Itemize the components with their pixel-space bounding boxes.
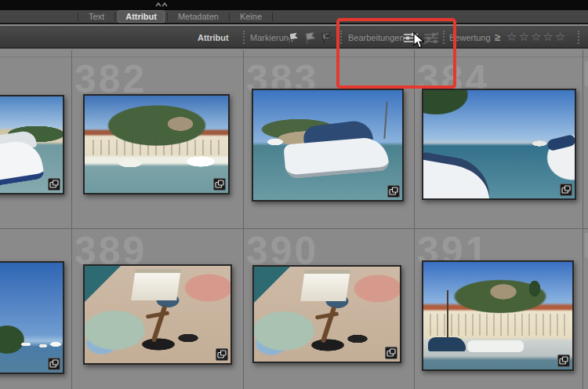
tab-text[interactable]: Text <box>81 10 112 23</box>
rating-stars[interactable]: ☆☆☆☆☆ <box>506 30 567 44</box>
boat-hull-shape <box>283 136 389 179</box>
clipped-cell-index <box>585 233 588 258</box>
divider <box>578 31 579 44</box>
grid-column-line <box>583 50 583 389</box>
thumbnail-grid: 382 383 384 389 390 391 <box>0 50 588 389</box>
photo-thumbnail-382[interactable] <box>83 94 230 194</box>
rating-operator[interactable]: ≥ <box>495 31 500 43</box>
flag-unflagged-icon[interactable] <box>303 31 318 45</box>
cell-index-382: 382 <box>74 60 147 99</box>
annotation-highlight-box <box>336 18 456 89</box>
lightroom-library-window: Text Attribut Metadaten Keine Attribut M… <box>0 0 588 389</box>
panel-ornament-icon <box>155 2 169 9</box>
library-filter-tabbar: Text Attribut Metadaten Keine <box>0 10 588 24</box>
boat-hull-shape <box>0 138 45 194</box>
grid-column-line <box>414 50 415 389</box>
white-crate-shape <box>131 269 181 300</box>
flag-rejected-icon[interactable] <box>320 31 335 45</box>
divider <box>229 13 230 21</box>
boat-hull-shape <box>467 340 524 352</box>
white-crate-shape <box>300 270 350 301</box>
flag-picked-icon[interactable] <box>287 31 302 45</box>
copy-badge-icon[interactable] <box>557 354 570 367</box>
tab-metadaten[interactable]: Metadaten <box>170 10 227 23</box>
photo-thumbnail-390[interactable] <box>252 265 401 363</box>
photo-thumbnail-clipped-left[interactable] <box>0 261 64 374</box>
divider <box>243 31 245 44</box>
mouse-cursor-icon <box>412 32 426 49</box>
divider <box>78 13 78 21</box>
copy-badge-icon[interactable] <box>387 185 400 198</box>
photo-thumbnail-383[interactable] <box>252 89 404 202</box>
boat-cover-shape <box>546 134 576 151</box>
grid-column-line <box>71 50 72 389</box>
copy-badge-icon[interactable] <box>48 358 60 370</box>
photo-thumbnail-clipped-left[interactable] <box>0 95 64 194</box>
photo-thumbnail-389[interactable] <box>83 264 232 365</box>
copy-badge-icon[interactable] <box>216 348 228 361</box>
boat-mast-shape <box>447 290 448 342</box>
top-panel-strip <box>0 0 588 10</box>
attribute-filterbar: Attribut Markierung Bearbeitungen <box>0 26 588 49</box>
tab-keine[interactable]: Keine <box>232 10 270 23</box>
copy-badge-icon[interactable] <box>48 178 60 191</box>
copy-badge-icon[interactable] <box>560 184 572 196</box>
copy-badge-icon[interactable] <box>385 347 397 359</box>
divider <box>272 13 273 21</box>
boat-bow-shape <box>422 151 495 200</box>
boat-canopy-shape <box>428 337 466 351</box>
building-windows-texture <box>430 314 569 336</box>
copy-badge-icon[interactable] <box>213 178 226 191</box>
divider <box>114 13 115 21</box>
divider <box>167 13 168 21</box>
grid-column-line <box>243 50 244 389</box>
tab-attribut[interactable]: Attribut <box>118 10 165 23</box>
photo-thumbnail-384[interactable] <box>422 89 576 200</box>
clipped-cell-index <box>585 61 588 86</box>
anchor-arm-shape <box>146 311 169 318</box>
photo-thumbnail-391[interactable] <box>422 260 574 371</box>
filterbar-title: Attribut <box>198 33 229 42</box>
boat-mast-shape <box>383 101 387 139</box>
building-windows-texture <box>93 140 223 155</box>
anchor-arm-shape <box>315 311 339 319</box>
